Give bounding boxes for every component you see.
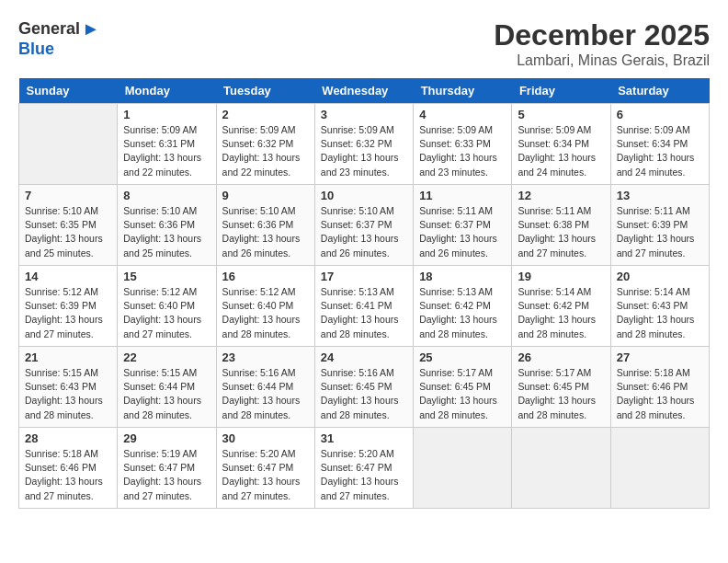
calendar-body: 1Sunrise: 5:09 AMSunset: 6:31 PMDaylight…: [19, 104, 710, 509]
day-detail: Sunrise: 5:11 AMSunset: 6:39 PMDaylight:…: [617, 204, 703, 260]
day-detail: Sunrise: 5:09 AMSunset: 6:34 PMDaylight:…: [617, 123, 703, 179]
day-number: 7: [25, 189, 111, 202]
day-detail: Sunrise: 5:17 AMSunset: 6:45 PMDaylight:…: [419, 366, 506, 422]
day-detail: Sunrise: 5:09 AMSunset: 6:31 PMDaylight:…: [123, 123, 210, 179]
weekday-header-thursday: Thursday: [414, 78, 512, 104]
calendar-cell: 13Sunrise: 5:11 AMSunset: 6:39 PMDayligh…: [610, 185, 709, 266]
day-detail: Sunrise: 5:16 AMSunset: 6:45 PMDaylight:…: [321, 366, 407, 422]
calendar-cell: 31Sunrise: 5:20 AMSunset: 6:47 PMDayligh…: [314, 428, 413, 509]
weekday-header-wednesday: Wednesday: [314, 78, 413, 104]
calendar-week-row: 14Sunrise: 5:12 AMSunset: 6:39 PMDayligh…: [19, 266, 710, 347]
calendar-week-row: 7Sunrise: 5:10 AMSunset: 6:35 PMDaylight…: [19, 185, 710, 266]
calendar-week-row: 1Sunrise: 5:09 AMSunset: 6:31 PMDaylight…: [19, 104, 710, 185]
day-number: 27: [617, 350, 703, 364]
calendar-cell: 4Sunrise: 5:09 AMSunset: 6:33 PMDaylight…: [414, 104, 512, 185]
day-detail: Sunrise: 5:10 AMSunset: 6:37 PMDaylight:…: [321, 204, 407, 260]
calendar-cell: 5Sunrise: 5:09 AMSunset: 6:34 PMDaylight…: [512, 104, 610, 185]
day-number: 13: [617, 189, 703, 202]
day-detail: Sunrise: 5:20 AMSunset: 6:47 PMDaylight:…: [321, 447, 407, 503]
weekday-header-sunday: Sunday: [19, 78, 118, 104]
day-number: 16: [222, 270, 309, 283]
day-number: 6: [617, 108, 703, 121]
calendar-header-row: SundayMondayTuesdayWednesdayThursdayFrid…: [19, 78, 710, 104]
calendar-cell: 19Sunrise: 5:14 AMSunset: 6:42 PMDayligh…: [512, 266, 610, 347]
day-detail: Sunrise: 5:09 AMSunset: 6:32 PMDaylight:…: [321, 123, 407, 179]
calendar-week-row: 21Sunrise: 5:15 AMSunset: 6:43 PMDayligh…: [19, 347, 710, 428]
day-number: 20: [617, 270, 703, 283]
day-number: 12: [518, 189, 604, 202]
calendar-cell: 9Sunrise: 5:10 AMSunset: 6:36 PMDaylight…: [216, 185, 314, 266]
calendar-cell: [414, 428, 512, 509]
day-number: 24: [321, 350, 407, 364]
calendar-cell: 8Sunrise: 5:10 AMSunset: 6:36 PMDaylight…: [118, 185, 216, 266]
calendar-cell: [512, 428, 610, 509]
day-detail: Sunrise: 5:11 AMSunset: 6:37 PMDaylight:…: [419, 204, 506, 260]
day-number: 14: [25, 270, 111, 283]
calendar-cell: 1Sunrise: 5:09 AMSunset: 6:31 PMDaylight…: [118, 104, 216, 185]
day-detail: Sunrise: 5:18 AMSunset: 6:46 PMDaylight:…: [617, 366, 703, 422]
day-detail: Sunrise: 5:10 AMSunset: 6:36 PMDaylight:…: [123, 204, 210, 260]
day-detail: Sunrise: 5:14 AMSunset: 6:43 PMDaylight:…: [617, 285, 703, 341]
day-detail: Sunrise: 5:09 AMSunset: 6:33 PMDaylight:…: [419, 123, 506, 179]
calendar-cell: 24Sunrise: 5:16 AMSunset: 6:45 PMDayligh…: [314, 347, 413, 428]
day-detail: Sunrise: 5:10 AMSunset: 6:35 PMDaylight:…: [25, 204, 111, 260]
calendar-cell: 22Sunrise: 5:15 AMSunset: 6:44 PMDayligh…: [118, 347, 216, 428]
day-detail: Sunrise: 5:09 AMSunset: 6:32 PMDaylight:…: [222, 123, 309, 179]
day-number: 2: [222, 108, 309, 121]
weekday-header-tuesday: Tuesday: [216, 78, 314, 104]
day-number: 11: [419, 189, 506, 202]
day-number: 31: [321, 431, 407, 445]
location-title: Lambari, Minas Gerais, Brazil: [494, 52, 710, 69]
day-number: 5: [518, 108, 604, 121]
month-title: December 2025: [494, 18, 710, 52]
day-detail: Sunrise: 5:13 AMSunset: 6:42 PMDaylight:…: [419, 285, 506, 341]
day-number: 29: [123, 431, 210, 445]
day-detail: Sunrise: 5:12 AMSunset: 6:40 PMDaylight:…: [123, 285, 210, 341]
weekday-header-saturday: Saturday: [610, 78, 709, 104]
calendar-cell: 10Sunrise: 5:10 AMSunset: 6:37 PMDayligh…: [314, 185, 413, 266]
calendar-cell: 2Sunrise: 5:09 AMSunset: 6:32 PMDaylight…: [216, 104, 314, 185]
calendar-cell: 25Sunrise: 5:17 AMSunset: 6:45 PMDayligh…: [414, 347, 512, 428]
calendar-table: SundayMondayTuesdayWednesdayThursdayFrid…: [18, 78, 710, 509]
day-number: 17: [321, 270, 407, 283]
calendar-week-row: 28Sunrise: 5:18 AMSunset: 6:46 PMDayligh…: [19, 428, 710, 509]
logo-general-text: General: [18, 19, 80, 39]
day-detail: Sunrise: 5:17 AMSunset: 6:45 PMDaylight:…: [518, 366, 604, 422]
calendar-cell: 18Sunrise: 5:13 AMSunset: 6:42 PMDayligh…: [414, 266, 512, 347]
calendar-cell: 26Sunrise: 5:17 AMSunset: 6:45 PMDayligh…: [512, 347, 610, 428]
day-number: 9: [222, 189, 309, 202]
calendar-cell: 12Sunrise: 5:11 AMSunset: 6:38 PMDayligh…: [512, 185, 610, 266]
logo-bird-icon: ►: [82, 18, 100, 40]
calendar-cell: 11Sunrise: 5:11 AMSunset: 6:37 PMDayligh…: [414, 185, 512, 266]
calendar-cell: [610, 428, 709, 509]
calendar-cell: 7Sunrise: 5:10 AMSunset: 6:35 PMDaylight…: [19, 185, 118, 266]
weekday-header-friday: Friday: [512, 78, 610, 104]
day-number: 28: [25, 431, 111, 445]
day-detail: Sunrise: 5:10 AMSunset: 6:36 PMDaylight:…: [222, 204, 309, 260]
day-number: 1: [123, 108, 210, 121]
calendar-cell: 29Sunrise: 5:19 AMSunset: 6:47 PMDayligh…: [118, 428, 216, 509]
calendar-cell: 27Sunrise: 5:18 AMSunset: 6:46 PMDayligh…: [610, 347, 709, 428]
day-detail: Sunrise: 5:19 AMSunset: 6:47 PMDaylight:…: [123, 447, 210, 503]
calendar-cell: 17Sunrise: 5:13 AMSunset: 6:41 PMDayligh…: [314, 266, 413, 347]
logo: General ► Blue: [18, 18, 100, 59]
day-detail: Sunrise: 5:18 AMSunset: 6:46 PMDaylight:…: [25, 447, 111, 503]
day-number: 21: [25, 350, 111, 364]
day-number: 19: [518, 270, 604, 283]
day-detail: Sunrise: 5:14 AMSunset: 6:42 PMDaylight:…: [518, 285, 604, 341]
calendar-cell: 6Sunrise: 5:09 AMSunset: 6:34 PMDaylight…: [610, 104, 709, 185]
calendar-cell: 14Sunrise: 5:12 AMSunset: 6:39 PMDayligh…: [19, 266, 118, 347]
day-number: 26: [518, 350, 604, 364]
day-number: 4: [419, 108, 506, 121]
calendar-cell: 20Sunrise: 5:14 AMSunset: 6:43 PMDayligh…: [610, 266, 709, 347]
day-number: 25: [419, 350, 506, 364]
day-number: 3: [321, 108, 407, 121]
day-detail: Sunrise: 5:13 AMSunset: 6:41 PMDaylight:…: [321, 285, 407, 341]
day-number: 30: [222, 431, 309, 445]
calendar-cell: 16Sunrise: 5:12 AMSunset: 6:40 PMDayligh…: [216, 266, 314, 347]
day-detail: Sunrise: 5:11 AMSunset: 6:38 PMDaylight:…: [518, 204, 604, 260]
day-detail: Sunrise: 5:09 AMSunset: 6:34 PMDaylight:…: [518, 123, 604, 179]
day-number: 18: [419, 270, 506, 283]
day-detail: Sunrise: 5:15 AMSunset: 6:43 PMDaylight:…: [25, 366, 111, 422]
day-number: 10: [321, 189, 407, 202]
